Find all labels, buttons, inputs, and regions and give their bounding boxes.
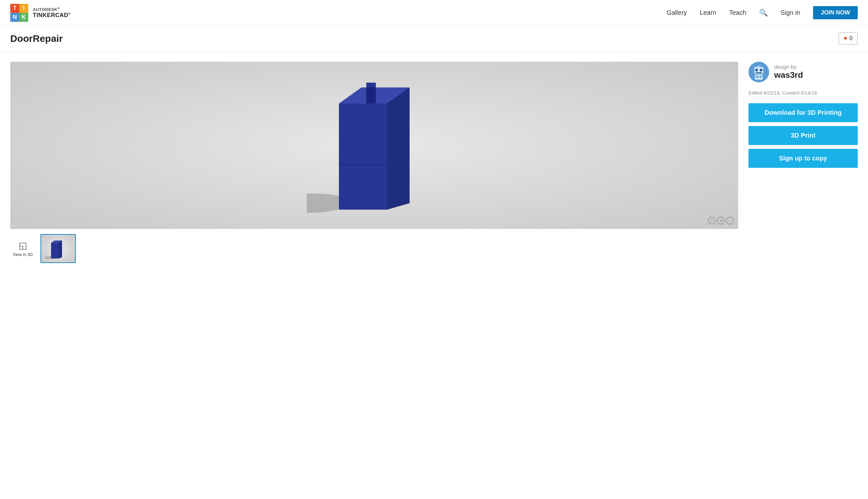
svg-marker-9 <box>366 83 376 86</box>
design-by-label: design by: <box>774 64 803 70</box>
avatar <box>749 62 769 82</box>
logo-cell-i: I <box>19 4 28 13</box>
cube-icon: ◱ <box>18 240 27 251</box>
action-buttons: Download for 3D Printing 3D Print Sign u… <box>749 103 858 168</box>
thumbnail-item[interactable] <box>40 234 76 263</box>
main-content: © ① ○ ◱ View in 3D <box>0 51 868 273</box>
signin-link[interactable]: Sign in <box>781 9 800 16</box>
logo-cell-k: K <box>19 13 28 22</box>
svg-point-17 <box>755 69 758 71</box>
svg-point-18 <box>760 69 762 71</box>
like-button[interactable]: ♥ 0 <box>839 32 858 45</box>
svg-marker-4 <box>366 87 376 104</box>
designer-text: design by: was3rd <box>774 64 803 80</box>
search-button[interactable]: 🔍 <box>759 9 768 17</box>
logo-cell-t: T <box>10 4 19 13</box>
autodesk-label: AUTODESK® <box>33 7 71 12</box>
nav-right: Gallery Learn Teach 🔍 Sign in JOIN NOW <box>667 6 858 19</box>
logo-area: T I N K AUTODESK® TINKERCAD® <box>10 4 71 22</box>
view-in-3d-label: View in 3D <box>13 252 33 257</box>
svg-rect-19 <box>756 72 762 73</box>
cc-icon-2: ① <box>717 217 725 224</box>
download-3d-button[interactable]: Download for 3D Printing <box>749 103 858 122</box>
gallery-link[interactable]: Gallery <box>667 9 687 16</box>
cc-icons: © ① ○ <box>708 217 734 224</box>
page-title-bar: DoorRepair ♥ 0 <box>0 26 868 51</box>
3d-print-button[interactable]: 3D Print <box>749 126 858 145</box>
svg-marker-8 <box>387 87 410 210</box>
designer-name: was3rd <box>774 70 803 80</box>
svg-marker-14 <box>59 241 62 258</box>
learn-link[interactable]: Learn <box>700 9 716 16</box>
avatar-svg <box>749 62 769 82</box>
meta-info: Edited 6/22/18, Created 6/14/18 <box>749 90 858 96</box>
teach-link[interactable]: Teach <box>729 9 746 16</box>
page-title: DoorRepair <box>10 33 63 44</box>
thumbnail-svg <box>45 237 71 260</box>
heart-icon: ♥ <box>844 35 847 42</box>
cc-icon-1: © <box>708 217 716 224</box>
tinkercad-label: TINKERCAD® <box>33 12 71 19</box>
logo-cell-n: N <box>10 13 19 22</box>
logo-text: AUTODESK® TINKERCAD® <box>33 7 71 19</box>
sign-up-to-copy-button[interactable]: Sign up to copy <box>749 149 858 168</box>
like-count: 0 <box>850 35 853 42</box>
designer-info: design by: was3rd <box>749 62 858 82</box>
svg-rect-23 <box>756 76 758 78</box>
viewer-canvas <box>10 62 738 229</box>
svg-marker-2 <box>339 104 387 210</box>
svg-point-21 <box>758 64 760 65</box>
thumbnail-bar: ◱ View in 3D <box>10 234 738 263</box>
view-in-3d-button[interactable]: ◱ View in 3D <box>10 238 35 259</box>
header: T I N K AUTODESK® TINKERCAD® Gallery Lea… <box>0 0 868 26</box>
cc-icon-3: ○ <box>726 217 734 224</box>
logo-grid: T I N K <box>10 4 28 22</box>
model-svg <box>307 68 442 222</box>
search-icon: 🔍 <box>759 9 768 17</box>
viewer-section: © ① ○ ◱ View in 3D <box>10 62 738 263</box>
join-now-button[interactable]: JOIN NOW <box>813 6 858 19</box>
svg-marker-12 <box>51 243 59 258</box>
viewer-main[interactable]: © ① ○ <box>10 62 738 229</box>
sidebar: design by: was3rd Edited 6/22/18, Create… <box>749 62 858 263</box>
svg-rect-24 <box>759 76 762 78</box>
svg-rect-22 <box>755 75 763 80</box>
